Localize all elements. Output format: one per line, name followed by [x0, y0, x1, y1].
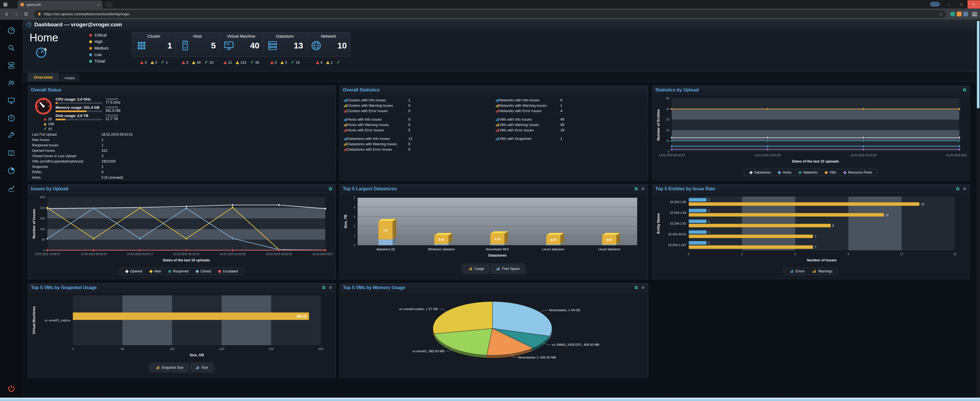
- vertical-scrollbar[interactable]: [976, 20, 980, 398]
- vertical-scrollbar-thumb[interactable]: [977, 21, 980, 108]
- status-row-value: 5 (5 Licensed): [102, 176, 123, 179]
- url-text[interactable]: https://ws.opvizor.com/webservice/ws/ide…: [44, 12, 937, 16]
- grid-icon[interactable]: [328, 187, 332, 191]
- entity-box-host[interactable]: Host5: [175, 32, 220, 57]
- grid-icon[interactable]: [956, 187, 960, 191]
- svg-text:9: 9: [848, 252, 849, 256]
- gear-icon[interactable]: [641, 285, 645, 290]
- maximize-icon[interactable]: □: [955, 0, 967, 8]
- sidebar-item-pie[interactable]: [5, 165, 18, 177]
- statistic-value: 4: [560, 109, 562, 113]
- statistic-row: VMs with Snapshots1: [495, 136, 643, 142]
- statistic-row: Datastores with Info Issues12: [344, 136, 487, 142]
- status-row-value: 313: [102, 149, 107, 153]
- entity-box-datastore[interactable]: Datastore13: [263, 32, 307, 57]
- forward-button[interactable]: [13, 10, 21, 18]
- panel-title: Issues by Upload: [31, 186, 326, 192]
- sidebar-item-docs[interactable]: [5, 147, 18, 159]
- home-block[interactable]: Home: [28, 32, 82, 60]
- svg-text:1: 1: [708, 241, 710, 245]
- legend-item-hosts[interactable]: Hosts: [778, 171, 791, 174]
- legend-item-opened[interactable]: Opened: [126, 269, 142, 273]
- horizontal-scrollbar-thumb[interactable]: [0, 398, 980, 401]
- legend-item-snapshot-size[interactable]: Snapshot Size: [151, 364, 188, 371]
- datastore-icon: [267, 40, 278, 52]
- gear-icon[interactable]: [963, 187, 967, 191]
- statistic-label: Hosts with Info Issues: [347, 117, 408, 122]
- sidebar-item-search[interactable]: [5, 42, 18, 54]
- svg-text:5: 5: [353, 196, 355, 200]
- legend-item-resource-pools[interactable]: Resource Pools: [843, 171, 872, 174]
- legend-label: Opened: [130, 269, 142, 273]
- sidebar-item-deploy[interactable]: [5, 59, 18, 71]
- top5-datastores-chart: 0123451.9datastore1 [3]0.91Windows1 data…: [343, 194, 645, 262]
- statistics-column-1: Clusters with Info Issues1Clusters with …: [344, 98, 487, 152]
- legend-item-closed[interactable]: Closed: [196, 269, 211, 273]
- legend-item-escalated[interactable]: Escalated: [218, 269, 238, 273]
- legend-item-warnings[interactable]: Warnings: [812, 269, 832, 273]
- legend-item-vms[interactable]: VMs: [825, 171, 836, 174]
- svg-text:11: 11: [886, 213, 889, 217]
- legend-item-free-space[interactable]: Free Space: [491, 265, 524, 273]
- grid-icon[interactable]: [321, 285, 326, 290]
- entity-stat-value: 5: [186, 60, 188, 65]
- close-icon[interactable]: ×: [967, 0, 980, 8]
- profile-badge[interactable]: [930, 2, 940, 6]
- legend-item-reopened[interactable]: Reopened: [169, 269, 189, 273]
- status-row: Opened Issues313: [32, 148, 331, 153]
- legend-item-networks[interactable]: Networks: [799, 171, 818, 174]
- legend-item-errors[interactable]: Errors: [790, 269, 805, 273]
- entity-stats: 41✓: [307, 58, 350, 67]
- back-button[interactable]: [3, 10, 11, 18]
- extension-icon-1[interactable]: [950, 12, 955, 16]
- sidebar-item-help[interactable]: ?: [5, 112, 18, 124]
- tabs-row: Overview +more: [23, 72, 976, 82]
- gear-icon[interactable]: [328, 285, 332, 290]
- bookmark-star-icon[interactable]: ☆: [939, 11, 943, 17]
- tab-close-icon[interactable]: ×: [97, 2, 100, 7]
- usage-bar-track: [56, 111, 102, 112]
- tab-overview[interactable]: Overview: [28, 73, 59, 81]
- severity-dot: [89, 40, 92, 43]
- panel-title: Statistics by Upload: [655, 87, 960, 93]
- legend-item-usage[interactable]: Usage: [464, 265, 489, 273]
- refresh-button[interactable]: [22, 10, 30, 18]
- browser-tab[interactable]: opvizor® ×: [18, 0, 103, 8]
- network-icon: [310, 40, 322, 52]
- menu-icon[interactable]: [972, 12, 977, 16]
- horizontal-scrollbar[interactable]: [0, 398, 980, 401]
- sidebar-item-monitor[interactable]: [5, 95, 18, 106]
- capacity-value: 77.5 GHz: [105, 101, 121, 105]
- status-row-label: VMs (on/off/suspended/orphaned): [32, 159, 102, 163]
- extension-icon-3[interactable]: [963, 12, 968, 16]
- entity-box-virtual-machine[interactable]: Virtual Machine40: [219, 32, 263, 57]
- legend-item-size[interactable]: Size: [191, 364, 213, 371]
- address-bar[interactable]: https://ws.opvizor.com/webservice/ws/ide…: [34, 10, 946, 18]
- legend-label: Networks: [803, 171, 818, 174]
- gear-icon[interactable]: [641, 187, 645, 191]
- extension-icon-2[interactable]: [957, 12, 962, 16]
- sidebar-item-analytics[interactable]: [5, 182, 18, 194]
- entity-box-network[interactable]: Network10: [307, 32, 350, 57]
- critical-triangle-icon: [44, 118, 46, 120]
- svg-text:7: 7: [815, 246, 816, 249]
- svg-text:50: 50: [666, 97, 670, 100]
- entity-box-cluster[interactable]: Cluster1: [132, 32, 176, 57]
- usage-bar-fill: [56, 102, 57, 104]
- sidebar-item-users[interactable]: [5, 77, 18, 89]
- sidebar-item-tools[interactable]: [5, 130, 18, 142]
- legend-item-datastores[interactable]: Datastores: [750, 171, 771, 174]
- minimize-icon[interactable]: –: [943, 0, 955, 8]
- window-controls: –□×: [943, 0, 980, 8]
- grid-icon[interactable]: [634, 187, 638, 191]
- logout-button[interactable]: [0, 384, 23, 393]
- status-row: Closed Issues in Last Upload2: [32, 153, 331, 158]
- users-icon: [7, 79, 16, 87]
- new-tab-button[interactable]: [105, 2, 112, 7]
- svg-text:0: 0: [353, 244, 355, 247]
- legend-item-new[interactable]: New: [150, 269, 161, 273]
- sidebar-item-dashboard[interactable]: [5, 24, 18, 36]
- grid-icon[interactable]: [634, 285, 638, 290]
- tab-more[interactable]: +more: [60, 74, 78, 81]
- grid-icon[interactable]: [963, 88, 967, 92]
